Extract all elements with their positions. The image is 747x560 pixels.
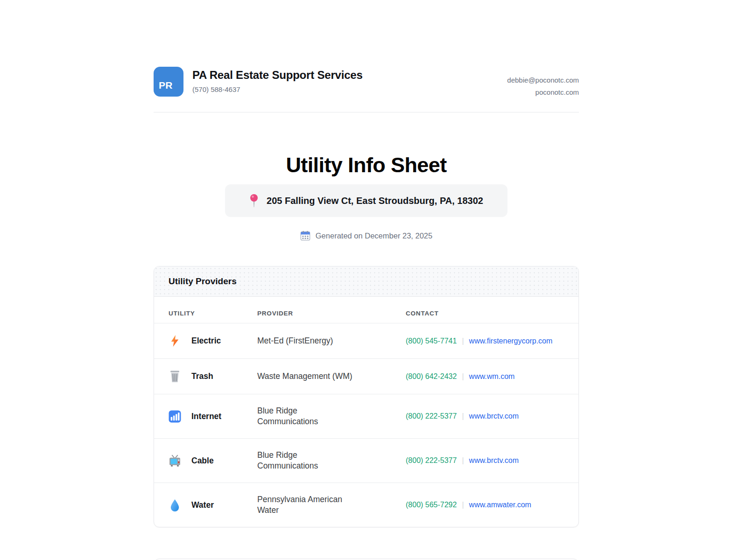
provider-website-link[interactable]: www.brctv.com xyxy=(469,455,519,466)
provider-phone-link[interactable]: (800) 565-7292 xyxy=(406,500,457,510)
table-row: Electric Met-Ed (FirstEnergy) (800) 545-… xyxy=(154,323,578,358)
provider-website-link[interactable]: www.firstenergycorp.com xyxy=(469,336,553,346)
company-name: PA Real Estate Support Services xyxy=(192,69,363,82)
provider-website-link[interactable]: www.brctv.com xyxy=(469,411,519,421)
bolt-icon xyxy=(169,335,181,347)
card-title: Utility Providers xyxy=(154,266,578,297)
contact-cell: (800) 222-5377 | www.brctv.com xyxy=(406,455,556,466)
provider-phone-link[interactable]: (800) 222-5377 xyxy=(406,411,457,421)
contact-separator: | xyxy=(462,500,464,510)
utility-cell: Cable xyxy=(169,455,257,467)
utility-label: Internet xyxy=(191,412,221,421)
company-contact-block: debbie@poconotc.com poconotc.com xyxy=(507,67,579,98)
document-header: PR PA Real Estate Support Services (570)… xyxy=(154,67,579,112)
providers-table-body: Electric Met-Ed (FirstEnergy) (800) 545-… xyxy=(154,323,578,527)
utility-label: Cable xyxy=(191,456,214,466)
contact-cell: (800) 565-7292 | www.amwater.com xyxy=(406,500,556,510)
tv-icon xyxy=(169,455,181,467)
contact-cell: (800) 222-5377 | www.brctv.com xyxy=(406,411,556,421)
company-website: poconotc.com xyxy=(507,86,579,98)
company-email: debbie@poconotc.com xyxy=(507,74,579,86)
utility-cell: Trash xyxy=(169,370,257,383)
provider-phone-link[interactable]: (800) 222-5377 xyxy=(406,455,457,466)
provider-name: Blue Ridge Communications xyxy=(257,450,359,471)
generated-date: Generated on December 23, 2025 xyxy=(316,231,432,241)
contact-separator: | xyxy=(462,336,464,346)
utility-cell: Internet xyxy=(169,410,257,423)
utility-label: Trash xyxy=(191,371,213,381)
company-logo-initials: PR xyxy=(159,80,173,91)
generated-line: Generated on December 23, 2025 xyxy=(154,231,579,241)
trash-icon xyxy=(169,370,181,383)
utility-cell: Water xyxy=(169,499,257,511)
page-title: Utility Info Sheet xyxy=(154,153,579,178)
page: PR PA Real Estate Support Services (570)… xyxy=(154,67,579,560)
utility-label: Water xyxy=(191,500,214,510)
table-column-headers: UTILITY PROVIDER CONTACT xyxy=(154,297,578,323)
signal-bars-icon xyxy=(169,410,181,423)
provider-name: Met-Ed (FirstEnergy) xyxy=(257,336,359,346)
contact-separator: | xyxy=(462,411,464,421)
table-row: Cable Blue Ridge Communications (800) 22… xyxy=(154,438,578,483)
provider-name: Blue Ridge Communications xyxy=(257,406,359,427)
provider-name: Pennsylvania American Water xyxy=(257,494,359,516)
table-row: Internet Blue Ridge Communications (800)… xyxy=(154,394,578,438)
provider-website-link[interactable]: www.amwater.com xyxy=(469,500,531,510)
provider-phone-link[interactable]: (800) 545-7741 xyxy=(406,336,457,346)
property-address: 205 Falling View Ct, East Stroudsburg, P… xyxy=(267,196,483,206)
table-row: Trash Waste Management (WM) (800) 642-24… xyxy=(154,358,578,394)
utility-providers-card: Utility Providers UTILITY PROVIDER CONTA… xyxy=(154,266,579,527)
property-address-pill: 205 Falling View Ct, East Stroudsburg, P… xyxy=(225,184,507,217)
column-header-provider: PROVIDER xyxy=(257,310,406,317)
utility-label: Electric xyxy=(191,336,221,346)
contact-separator: | xyxy=(462,455,464,466)
provider-phone-link[interactable]: (800) 642-2432 xyxy=(406,371,457,382)
provider-website-link[interactable]: www.wm.com xyxy=(469,371,515,382)
column-header-utility: UTILITY xyxy=(169,310,257,317)
calendar-icon xyxy=(300,231,310,241)
contact-cell: (800) 642-2432 | www.wm.com xyxy=(406,371,556,382)
utility-cell: Electric xyxy=(169,335,257,347)
column-header-contact: CONTACT xyxy=(406,310,564,317)
table-row: Water Pennsylvania American Water (800) … xyxy=(154,483,578,527)
pushpin-icon xyxy=(249,194,259,208)
company-block: PA Real Estate Support Services (570) 58… xyxy=(192,67,363,93)
provider-name: Waste Management (WM) xyxy=(257,371,359,382)
company-phone: (570) 588-4637 xyxy=(192,85,363,93)
company-logo: PR xyxy=(154,67,183,97)
contact-cell: (800) 545-7741 | www.firstenergycorp.com xyxy=(406,336,556,346)
contact-separator: | xyxy=(462,371,464,382)
droplet-icon xyxy=(169,499,181,511)
